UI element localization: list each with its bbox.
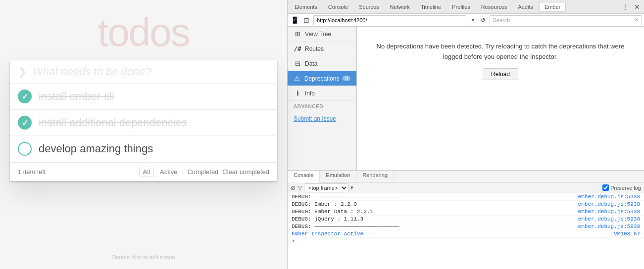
ember-menu-label-info: Info	[305, 90, 315, 97]
ember-advanced-label: ADVANCED	[288, 101, 356, 112]
todo-item-count: 1 item left	[18, 168, 139, 176]
todo-text-3: develop amazing things	[39, 142, 153, 155]
view-tree-icon: ⊞	[294, 30, 301, 38]
todo-checkbox-2[interactable]	[18, 116, 32, 130]
todo-item-2: install additional dependencies	[10, 110, 277, 136]
console-text-5: Ember Inspector Active	[292, 231, 614, 237]
ember-menu-deprecations[interactable]: ⚠ Deprecations 0	[288, 71, 356, 86]
data-icon: ⊟	[294, 60, 301, 67]
tab-elements[interactable]: Elements	[290, 2, 322, 11]
todo-container: ❯ What needs to be done? install ember-c…	[10, 60, 277, 181]
devtools-panel: Elements Console Sources Network Timelin…	[287, 0, 644, 269]
console-text-4: DEBUG: ——————————————————————————	[292, 224, 578, 229]
console-line-4: DEBUG: —————————————————————————— ember.…	[288, 223, 644, 230]
url-input[interactable]	[313, 15, 466, 25]
tab-profiles[interactable]: Profiles	[447, 2, 475, 11]
ember-submit-issue-link[interactable]: Submit an Issue	[288, 112, 356, 125]
console-file-4: ember.debug.js:5938	[578, 224, 640, 229]
url-dropdown-icon[interactable]: ▾	[468, 15, 478, 25]
todo-filters: All Active Completed	[139, 167, 223, 177]
devtools-close-icon[interactable]: ✕	[632, 2, 642, 12]
console-file-2: ember.debug.js:5938	[578, 209, 640, 215]
tab-resources[interactable]: Resources	[476, 2, 512, 11]
app-title: todos	[98, 10, 190, 55]
tab-console[interactable]: Console	[323, 2, 353, 11]
ember-menu-label-routes: Routes	[305, 45, 324, 52]
ember-main-content: No deprecations have been detected. Try …	[357, 27, 644, 170]
deprecations-badge: 0	[343, 76, 350, 81]
todo-app: todos ❯ What needs to be done? install e…	[0, 0, 287, 269]
preserve-log-label: Preserve log	[610, 185, 641, 191]
devtools-device-icon[interactable]: 📱	[290, 15, 299, 25]
filter-completed[interactable]: Completed	[183, 167, 222, 177]
deprecations-text: No deprecations have been detected. Try …	[367, 42, 634, 62]
console-file-1: ember.debug.js:5938	[578, 201, 640, 207]
console-clear-icon[interactable]: ⊘	[291, 184, 296, 191]
clear-completed-button[interactable]: Clear completed	[222, 168, 269, 176]
console-file-3: ember.debug.js:5938	[578, 216, 640, 222]
devtools-tabbar: Elements Console Sources Network Timelin…	[288, 0, 644, 14]
routes-icon: /#	[294, 45, 301, 52]
todo-input-placeholder[interactable]: What needs to be done?	[33, 65, 151, 78]
console-line-2: DEBUG: Ember Data : 2.2.1 ember.debug.js…	[288, 208, 644, 216]
devtools-inspect-icon[interactable]: ⊡	[301, 15, 311, 25]
console-line-5: Ember Inspector Active VM103:87	[288, 230, 644, 238]
console-frame-select[interactable]: <top frame>	[304, 183, 348, 192]
ember-menu-info[interactable]: ℹ Info	[288, 86, 356, 101]
console-toolbar: ⊘ ▽ <top frame> ▾ Preserve log	[288, 182, 644, 193]
todo-checkbox-3[interactable]	[18, 142, 32, 156]
filter-all[interactable]: All	[139, 167, 154, 177]
ember-menu-label-view-tree: View Tree	[305, 31, 331, 38]
deprecations-message: No deprecations have been detected. Try …	[357, 27, 644, 95]
search-clear-icon[interactable]: ✕	[634, 17, 639, 23]
tab-sources[interactable]: Sources	[354, 2, 384, 11]
info-icon: ℹ	[294, 90, 301, 97]
todo-text-2: install additional dependencies	[39, 116, 187, 129]
console-line-0: DEBUG: —————————————————————————— ember.…	[288, 193, 644, 201]
preserve-log-checkbox[interactable]	[602, 184, 609, 191]
ember-menu-data[interactable]: ⊟ Data	[288, 56, 356, 71]
devtools-main-right: ⊞ View Tree /# Routes ⊟ Data ⚠ Deprecati…	[288, 27, 644, 269]
todo-text-1: install ember-cli	[39, 90, 114, 103]
tab-network[interactable]: Network	[385, 2, 415, 11]
tab-timeline[interactable]: Timeline	[416, 2, 446, 11]
console-frame-dropdown[interactable]: ▾	[350, 184, 353, 191]
console-text-1: DEBUG: Ember : 2.2.0	[292, 201, 578, 207]
ember-sidebar: ⊞ View Tree /# Routes ⊟ Data ⚠ Deprecati…	[288, 27, 357, 170]
todo-item-3: develop amazing things	[10, 136, 277, 162]
ember-menu-label-deprecations: Deprecations	[304, 75, 340, 82]
console-line-6: >	[288, 238, 644, 245]
console-panel: Console Emulation Rendering ⊘ ▽ <top fra…	[288, 170, 644, 269]
tab-ember[interactable]: Ember	[539, 2, 566, 12]
console-text-0: DEBUG: ——————————————————————————	[292, 194, 578, 200]
console-line-1: DEBUG: Ember : 2.2.0 ember.debug.js:5938	[288, 201, 644, 208]
todo-checkbox-1[interactable]	[18, 90, 32, 103]
todo-item-1: install ember-cli	[10, 84, 277, 110]
console-tab-rendering[interactable]: Rendering	[356, 171, 394, 182]
console-tabs: Console Emulation Rendering	[288, 171, 644, 182]
console-tab-console[interactable]: Console	[288, 171, 320, 182]
console-line-3: DEBUG: jQuery : 1.11.3 ember.debug.js:59…	[288, 216, 644, 223]
search-bar: Search ✕	[490, 15, 643, 25]
ember-panel: ⊞ View Tree /# Routes ⊟ Data ⚠ Deprecati…	[288, 27, 644, 170]
devtools-urlbar: 📱 ⊡ ▾ ↺ Search ✕	[288, 14, 644, 27]
tab-audits[interactable]: Audits	[513, 2, 538, 11]
chevron-down-icon[interactable]: ❯	[18, 65, 27, 78]
ember-menu-view-tree[interactable]: ⊞ View Tree	[288, 27, 356, 42]
todo-hint: Double-click to edit a todo	[112, 254, 175, 260]
preserve-log-container: Preserve log	[602, 184, 641, 191]
console-filter-icon[interactable]: ▽	[297, 184, 302, 191]
reload-button[interactable]: Reload	[483, 68, 518, 80]
devtools-icons-right: ⋮ ✕	[620, 2, 642, 12]
console-prompt[interactable]: >	[292, 238, 640, 244]
devtools-dock-icon[interactable]: ⋮	[620, 2, 630, 12]
console-tab-emulation[interactable]: Emulation	[320, 171, 356, 182]
console-file-5: VM103:87	[614, 231, 640, 237]
refresh-icon[interactable]: ↺	[480, 16, 486, 24]
filter-active[interactable]: Active	[156, 167, 181, 177]
search-placeholder[interactable]: Search	[493, 17, 510, 23]
ember-menu-routes[interactable]: /# Routes	[288, 42, 356, 56]
console-text-3: DEBUG: jQuery : 1.11.3	[292, 216, 578, 222]
ember-menu-label-data: Data	[305, 60, 317, 67]
console-file-0: ember.debug.js:5938	[578, 194, 640, 200]
